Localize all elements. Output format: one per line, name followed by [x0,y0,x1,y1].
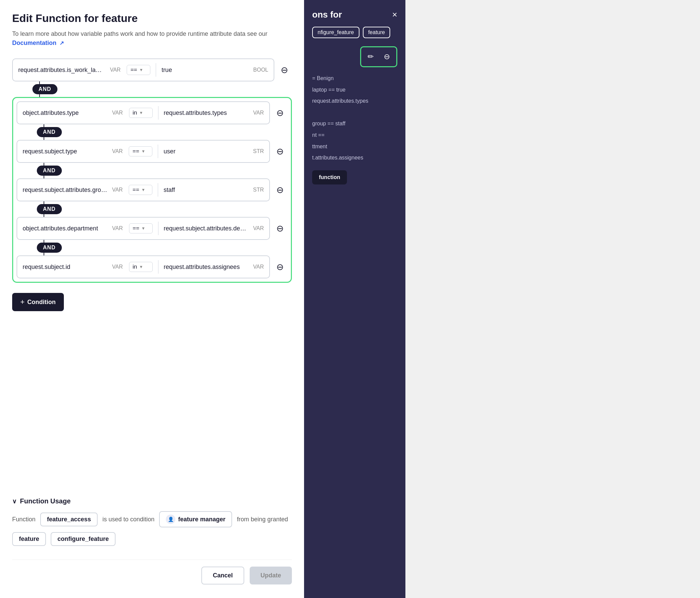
divider-3 [158,145,158,158]
and-pill-5: AND [37,243,62,253]
sidebar-tag-2: feature [363,27,391,38]
left-var-5: object.attributes.department [23,225,109,232]
left-type-2: VAR [112,110,123,116]
chevron-down-icon: ▼ [139,68,143,72]
sidebar-cond-5: group == staff [312,119,397,128]
remove-condition-5[interactable]: ⊖ [273,221,288,236]
left-type-3: VAR [112,148,123,154]
function-usage-header[interactable]: ∨ Function Usage [12,497,292,505]
conditions-area: request.attributes.is_work_la… VAR == ▼ … [12,58,292,487]
divider-4 [158,183,158,197]
add-condition-button[interactable]: + Condition [12,293,64,311]
left-type-4: VAR [112,187,123,193]
right-value-1: true [161,67,250,74]
left-var-3: request.subject.type [23,148,109,155]
remove-condition-2[interactable]: ⊖ [273,105,288,120]
from-being-text: from being granted [237,516,288,523]
remove-condition-1[interactable]: ⊖ [277,63,292,77]
operator-dropdown-4[interactable]: == ▼ [129,185,152,195]
condition-box-5: object.attributes.department VAR == ▼ re… [17,217,270,240]
function-usage-row: Function feature_access is used to condi… [12,511,292,546]
modal-footer: Cancel Update [12,559,292,584]
main-modal: Edit Function for feature To learn more … [0,0,304,598]
operator-dropdown-6[interactable]: in ▼ [129,262,153,272]
sidebar-cond-1: = Benign [312,74,397,83]
sidebar-tags: nfigure_feature feature [312,27,397,38]
remove-condition-3[interactable]: ⊖ [273,144,288,159]
left-type-1: VAR [110,67,121,73]
external-link-icon: ↗ [59,39,64,47]
chevron-down-icon-5: ▼ [141,226,145,231]
sidebar-cond-7: ttment [312,142,397,151]
documentation-link[interactable]: Documentation ↗ [12,40,64,46]
sidebar-conditions: = Benign laptop == true request.attribut… [312,74,397,162]
right-type-4: STR [253,187,264,193]
cancel-button[interactable]: Cancel [201,567,244,584]
sidebar-cond-6: nt == [312,131,397,140]
chevron-down-icon-6: ▼ [139,265,143,269]
operator-dropdown-1[interactable]: == ▼ [127,65,150,75]
green-highlight-box: object.attributes.type VAR in ▼ request.… [12,97,292,283]
and-connector-1: AND [12,84,292,94]
operator-dropdown-3[interactable]: == ▼ [129,146,152,156]
resource2-pill: configure_feature [51,532,116,546]
left-var-2: object.attributes.type [23,109,109,117]
right-value-3: user [164,148,250,155]
and-connector-4: AND [17,204,288,214]
chevron-down-icon-2: ▼ [139,110,143,115]
right-value-2: request.attributes.types [164,109,250,117]
edit-button[interactable]: ✏ [363,49,378,64]
sidebar-cond-8: t.attributes.assignees [312,153,397,162]
right-type-1: BOOL [253,67,268,73]
edit-delete-box: ✏ ⊖ [360,46,397,67]
add-condition-label: Condition [27,299,56,306]
chevron-down-icon-3: ▼ [141,149,145,154]
sidebar-title: ons for [312,9,342,20]
close-button[interactable]: × [392,9,397,20]
delete-button[interactable]: ⊖ [379,49,394,64]
right-sidebar: ons for × nfigure_feature feature ✏ ⊖ = … [304,0,405,598]
sidebar-cond-3: request.attributes.types [312,97,397,105]
function-label: Function [12,516,35,523]
subtitle-pre: To learn more about how variable paths w… [12,30,267,37]
operator-value-6: in [133,264,137,270]
update-button: Update [250,567,292,584]
operator-dropdown-5[interactable]: == ▼ [129,223,153,233]
manager-label: feature manager [178,516,225,523]
left-var-4: request.subject.attributes.gro… [23,186,109,194]
condition-row-1: request.attributes.is_work_la… VAR == ▼ … [12,58,292,81]
function-usage-title: Function Usage [20,497,71,505]
operator-value-4: == [132,186,139,193]
remove-condition-4[interactable]: ⊖ [273,182,288,197]
divider-2 [158,106,158,120]
left-var-6: request.subject.id [23,264,109,271]
plus-icon: + [20,298,25,306]
and-connector-5: AND [17,243,288,253]
condition-row-2: object.attributes.type VAR in ▼ request.… [17,101,288,124]
condition-box-6: request.subject.id VAR in ▼ request.attr… [17,255,270,278]
and-pill-4: AND [37,204,62,214]
operator-value-2: in [133,109,137,116]
function-name-pill: feature_access [40,513,98,526]
right-type-6: VAR [253,264,264,270]
manager-icon: 👤 [166,515,175,524]
operator-dropdown-2[interactable]: in ▼ [129,108,153,118]
remove-condition-6[interactable]: ⊖ [273,259,288,274]
condition-box-2: object.attributes.type VAR in ▼ request.… [17,101,270,124]
and-connector-2: AND [17,127,288,137]
and-connector-3: AND [17,166,288,176]
right-type-2: VAR [253,110,264,116]
add-function-button[interactable]: function [312,170,347,184]
and-pill-3: AND [37,166,62,176]
operator-value-5: == [133,225,140,232]
condition-box-4: request.subject.attributes.gro… VAR == ▼… [17,178,270,201]
condition-row-3: request.subject.type VAR == ▼ user STR ⊖ [17,140,288,163]
right-value-6: request.attributes.assignees [164,264,250,271]
conditions-wrapper: request.attributes.is_work_la… VAR == ▼ … [12,58,292,286]
sidebar-tag-1: nfigure_feature [312,27,359,38]
manager-pill: 👤 feature manager [159,511,232,527]
left-type-5: VAR [112,225,123,231]
left-type-6: VAR [112,264,123,270]
divider-1 [156,63,156,77]
divider-5 [158,222,158,235]
